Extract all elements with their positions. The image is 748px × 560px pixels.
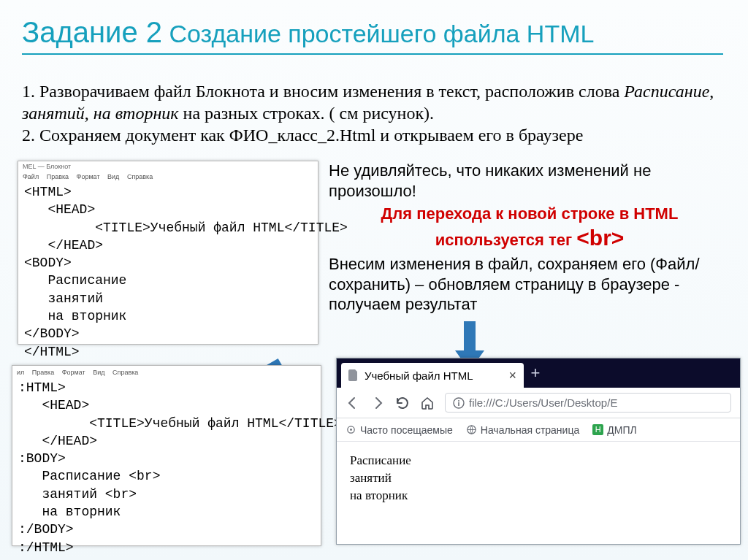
forward-icon[interactable]: [370, 396, 385, 410]
instr-c1: ,: [709, 82, 714, 101]
title-small: Создание простейшего файла HTML: [162, 20, 594, 47]
browser-page: Расписание занятий на вторник: [337, 442, 740, 514]
home-icon[interactable]: [420, 396, 435, 410]
file-icon: [348, 369, 359, 381]
instr-w2: занятий: [22, 104, 85, 123]
bookmark-most-visited[interactable]: Часто посещаемые: [346, 424, 453, 436]
menu-edit[interactable]: Правка: [47, 173, 69, 180]
menu-format[interactable]: Формат: [77, 173, 100, 180]
instr-1a: 1. Разворачиваем файл Блокнота и вносим …: [22, 82, 624, 101]
menu2-help[interactable]: Справка: [112, 369, 138, 376]
notepad-window-1: MEL — Блокнот Файл Правка Формат Вид Спр…: [18, 161, 318, 345]
menu-view[interactable]: Вид: [107, 173, 119, 180]
notepad-code-2: :HTML> <HEAD> <TITLE>Учебный файл HTML</…: [12, 377, 321, 558]
menu2-file[interactable]: ил: [17, 369, 24, 376]
svg-point-5: [458, 400, 459, 402]
menu-help[interactable]: Справка: [127, 173, 153, 180]
svg-point-8: [350, 429, 352, 431]
svg-rect-6: [458, 402, 459, 406]
bookmark-start-page[interactable]: Начальная страница: [466, 424, 579, 436]
bm1-label: Часто посещаемые: [360, 424, 453, 436]
back-icon[interactable]: [346, 396, 360, 410]
side-p2: Внесим изменения в файл, сохраняем его (…: [329, 254, 730, 315]
url-text: file:///C:/Users/User/Desktop/E: [469, 396, 617, 409]
browser-window: Учебный файл HTML × + file:///C:/Users/U…: [336, 358, 741, 545]
reload-icon[interactable]: [395, 396, 410, 410]
browser-tabbar: Учебный файл HTML × +: [337, 358, 740, 388]
menu2-edit[interactable]: Правка: [32, 369, 54, 376]
instr-w3: на вторник: [94, 104, 179, 123]
browser-tab[interactable]: Учебный файл HTML ×: [341, 363, 524, 388]
browser-toolbar: file:///C:/Users/User/Desktop/E: [337, 388, 740, 418]
notepad-titlebar: MEL — Блокнот: [18, 161, 318, 173]
new-tab-button[interactable]: +: [524, 358, 547, 388]
svg-rect-0: [464, 321, 476, 350]
notepad2-menu: ил Правка Формат Вид Справка: [12, 366, 321, 377]
notepad-code-1: <HTML> <HEAD> <TITLE>Учебный файл HTML</…: [18, 182, 318, 362]
page-line-2: занятий: [350, 469, 727, 487]
notepad-menu: Файл Правка Формат Вид Справка: [18, 173, 318, 182]
globe-icon: [466, 424, 477, 435]
bookmark-dmpl[interactable]: Н ДМПЛ: [592, 424, 636, 436]
side-text: Не удивляйтесь, что никаких изменений не…: [329, 161, 730, 315]
instr-c2: ,: [85, 104, 94, 123]
instr-w1: Расписание: [624, 82, 709, 101]
close-icon[interactable]: ×: [508, 368, 516, 383]
slide-title: Задание 2 Создание простейшего файла HTM…: [22, 16, 723, 55]
menu-file[interactable]: Файл: [23, 173, 39, 180]
tab-title: Учебный файл HTML: [365, 369, 473, 382]
bm3-label: ДМПЛ: [607, 424, 636, 436]
red-a: Для перехода к новой строке в HTML испол…: [381, 204, 679, 249]
gear-icon: [346, 424, 356, 435]
page-line-3: на вторник: [350, 487, 727, 505]
info-icon: [453, 397, 465, 409]
side-p1: Не удивляйтесь, что никаких изменений не…: [329, 161, 730, 201]
square-icon: Н: [592, 424, 603, 435]
menu2-format[interactable]: Формат: [62, 369, 85, 376]
instr-1b: на разных строках. ( см рисунок).: [179, 104, 435, 123]
notepad-window-2: ил Правка Формат Вид Справка :HTML> <HEA…: [12, 365, 321, 546]
instr-2: 2. Сохраняем документ как ФИО_класс_2.Ht…: [22, 126, 583, 145]
menu2-view[interactable]: Вид: [93, 369, 104, 376]
red-br: <br>: [576, 226, 624, 250]
url-bar[interactable]: file:///C:/Users/User/Desktop/E: [445, 393, 731, 413]
red-notice: Для перехода к новой строке в HTML испол…: [329, 204, 730, 251]
instructions: 1. Разворачиваем файл Блокнота и вносим …: [22, 80, 723, 146]
title-big: Задание 2: [22, 16, 162, 48]
bookmarks-bar: Часто посещаемые Начальная страница Н ДМ…: [337, 418, 740, 442]
bm2-label: Начальная страница: [481, 424, 579, 436]
page-line-1: Расписание: [350, 452, 727, 469]
